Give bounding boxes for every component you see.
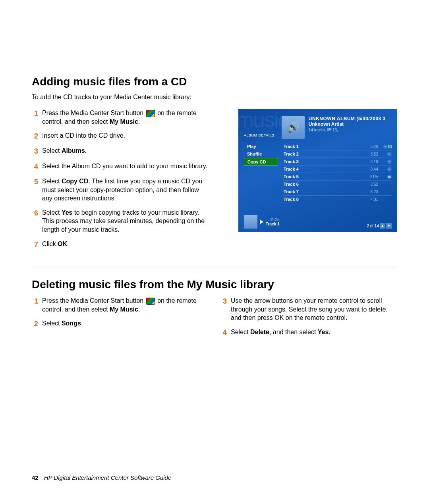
step-text-part: Press the Media Center Start button <box>42 297 145 304</box>
step-number: 2 <box>32 131 42 141</box>
step-bold: Albums <box>62 147 85 154</box>
track-row[interactable]: Track 581%◐ <box>284 173 392 181</box>
copying-icon: ◐ <box>387 175 392 179</box>
track-row[interactable]: Track 33:19✓ <box>284 158 392 165</box>
menu-item-play[interactable]: Play <box>244 143 278 150</box>
track-row[interactable]: Track 63:52 <box>284 181 392 188</box>
pager-text: 2 of 14 <box>367 224 379 228</box>
track-row[interactable]: Track 76:23 <box>284 188 392 196</box>
track-list: Track 13:28✓▮▮Track 23:52✓Track 33:19✓Tr… <box>284 143 392 203</box>
step-number: 4 <box>220 328 231 337</box>
track-name: Track 5 <box>284 174 362 179</box>
pager-up-icon[interactable]: ▲ <box>380 223 385 229</box>
step-text-part: . <box>85 147 87 154</box>
album-title: UNKNOWN ALBUM (5/30/2003 3 <box>309 116 392 121</box>
s2-step-1: 1 Press the Media Center Start button on… <box>32 296 209 314</box>
now-playing-art-icon <box>244 215 257 229</box>
step-number: 5 <box>32 177 42 203</box>
track-duration: 3:52 <box>362 182 378 187</box>
step-text-part: Select <box>42 209 62 216</box>
now-playing-time: 01:23 <box>266 217 279 222</box>
step-bold: My Music <box>110 306 138 313</box>
step-bold: Yes <box>318 329 329 335</box>
track-duration: 3:52 <box>362 152 378 156</box>
s2-step-2: 2 Select Songs. <box>32 319 209 329</box>
step-7: 7 Click OK. <box>32 240 209 249</box>
menu-item-shuffle[interactable]: Shuffle <box>244 150 278 158</box>
media-center-screenshot: music ALBUM DETAILS 🔊 UNKNOWN ALBUM (5/3… <box>238 109 397 232</box>
s2-step-4: 4 Select Delete, and then select Yes. <box>220 328 397 337</box>
track-status-icons: ◐ <box>378 174 392 179</box>
track-row[interactable]: Track 43:44✓ <box>284 165 392 173</box>
s2-step-3: 3 Use the arrow buttons on your remote c… <box>220 296 397 322</box>
check-icon: ✓ <box>387 160 392 164</box>
step-text-part: Press the Media Center Start button <box>42 110 145 116</box>
step-bold: Copy CD <box>62 178 89 185</box>
track-row[interactable]: Track 23:52✓ <box>284 150 392 158</box>
step-text-part: , and then select <box>269 329 318 335</box>
track-status-icons: ✓ <box>378 167 392 171</box>
step-text: Insert a CD into the CD drive. <box>42 131 209 141</box>
track-duration: 4:01 <box>362 197 378 202</box>
track-name: Track 3 <box>284 159 362 164</box>
check-icon: ✓ <box>383 144 388 149</box>
step-text-part: . <box>329 329 330 335</box>
step-text: Use the arrow buttons on your remote con… <box>231 296 397 322</box>
page-footer: 42 HP Digital Entertainment Center Softw… <box>32 474 171 481</box>
step-text-part: Select <box>42 147 62 154</box>
media-center-start-icon <box>146 298 155 305</box>
step-3: 3 Select Albums. <box>32 146 209 156</box>
step-number: 6 <box>32 208 42 234</box>
step-1: 1 Press the Media Center Start button on… <box>32 109 209 126</box>
section-divider <box>32 267 397 267</box>
track-name: Track 8 <box>284 197 362 202</box>
menu-item-copy-cd[interactable]: Copy CD <box>244 158 278 166</box>
step-number: 1 <box>32 296 42 314</box>
step-number: 3 <box>32 146 42 156</box>
album-details-label: ALBUM DETAILS <box>244 133 274 137</box>
track-name: Track 6 <box>284 182 362 187</box>
track-name: Track 2 <box>284 152 362 156</box>
step-number: 3 <box>220 296 231 322</box>
step-text-part: . <box>67 240 69 247</box>
step-bold: Delete <box>250 329 269 335</box>
track-row[interactable]: Track 84:01 <box>284 196 392 203</box>
track-name: Track 1 <box>284 144 362 149</box>
step-6: 6 Select Yes to begin copying tracks to … <box>32 208 209 234</box>
now-playing-track: Track 1 <box>266 222 279 226</box>
track-duration: 3:44 <box>362 167 378 171</box>
step-bold: Songs <box>62 320 81 327</box>
equalizer-icon: ▮▮ <box>388 144 392 148</box>
step-text-part: Select <box>42 320 62 327</box>
track-status-icons: ✓ <box>378 159 392 164</box>
step-4: 4 Select the Album CD you want to add to… <box>32 162 209 171</box>
page-number: 42 <box>32 474 39 481</box>
check-icon: ✓ <box>387 167 392 171</box>
track-status-icons: ✓▮▮ <box>378 144 392 149</box>
pager-down-icon[interactable]: ▼ <box>386 223 392 229</box>
album-artist: Unknown Artist <box>309 121 392 127</box>
step-5: 5 Select Copy CD. The first time you cop… <box>32 177 209 203</box>
section2-heading: Deleting music files from the My Music l… <box>32 278 397 291</box>
section1-steps-col: 1 Press the Media Center Start button on… <box>32 109 209 255</box>
track-duration: 3:28 <box>362 144 378 149</box>
step-number: 7 <box>32 240 42 249</box>
media-center-start-icon <box>146 110 155 117</box>
step-number: 4 <box>32 162 42 171</box>
step-text-part: . <box>138 118 140 125</box>
track-pager: 2 of 14 ▲ ▼ <box>367 223 392 229</box>
step-number: 1 <box>32 109 42 126</box>
track-duration: 81% <box>362 175 378 179</box>
now-playing: 01:23 Track 1 <box>244 215 279 229</box>
section1-heading: Adding music files from a CD <box>32 75 397 88</box>
track-duration: 6:23 <box>362 190 378 194</box>
step-text: Select the Album CD you want to add to y… <box>42 162 209 171</box>
step-bold: Yes <box>62 209 73 216</box>
step-text-part: Select <box>42 178 62 185</box>
step-text-part: . <box>81 320 83 327</box>
track-name: Track 7 <box>284 189 362 194</box>
footer-title: HP Digital Entertainment Center Software… <box>44 474 171 481</box>
check-icon: ✓ <box>387 152 392 156</box>
track-row[interactable]: Track 13:28✓▮▮ <box>284 143 392 150</box>
play-icon <box>260 219 263 224</box>
